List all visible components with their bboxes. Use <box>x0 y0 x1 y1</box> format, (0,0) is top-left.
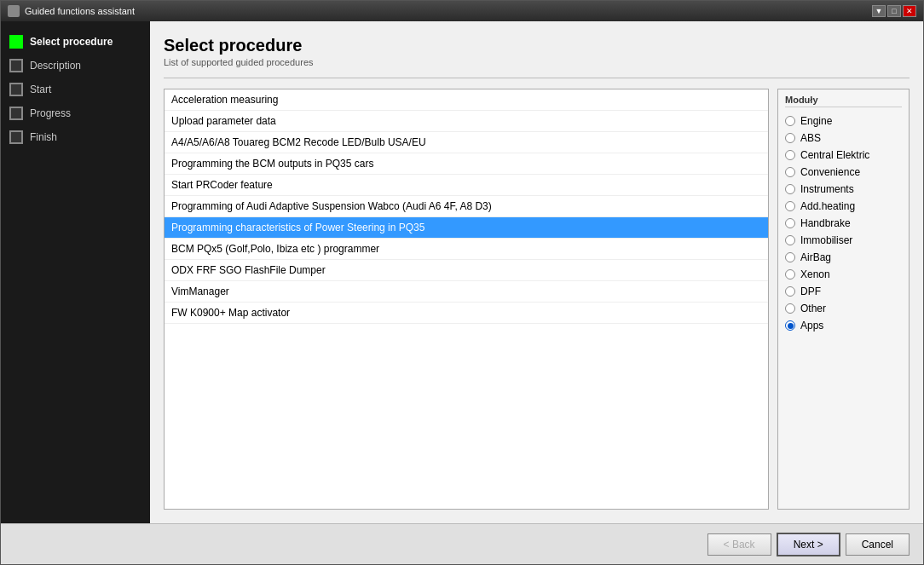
radio-convenience[interactable] <box>785 167 795 177</box>
page-header: Select procedure List of supported guide… <box>164 35 910 67</box>
title-buttons: ▼ □ ✕ <box>872 5 916 17</box>
radio-label-dpf: DPF <box>800 285 821 297</box>
button-bar: < Back Next > Cancel <box>1 523 923 564</box>
title-bar-left: Guided functions assistant <box>8 5 135 17</box>
minimize-button[interactable]: ▼ <box>872 5 886 17</box>
sidebar-item-progress[interactable]: Progress <box>1 101 150 125</box>
step-indicator-finish <box>9 130 23 144</box>
page-title: Select procedure <box>164 35 910 55</box>
radio-airbag[interactable] <box>785 252 795 262</box>
step-indicator-start <box>9 83 23 96</box>
radio-item-immobiliser[interactable]: Immobiliser <box>785 232 902 249</box>
radio-immobiliser[interactable] <box>785 235 795 245</box>
sidebar-label-progress: Progress <box>30 107 71 119</box>
moduly-panel: Moduły EngineABSCentral ElektricConvenie… <box>777 89 910 510</box>
radio-item-instruments[interactable]: Instruments <box>785 181 902 198</box>
radio-dpf[interactable] <box>785 286 795 297</box>
sidebar: Select procedure Description Start Progr… <box>1 21 150 523</box>
radio-label-other: Other <box>800 303 826 314</box>
radio-apps[interactable] <box>785 320 795 331</box>
sidebar-label-description: Description <box>30 60 81 72</box>
radio-item-central-elektric[interactable]: Central Elektric <box>785 147 902 164</box>
procedure-item[interactable]: BCM PQx5 (Golf,Polo, Ibiza etc ) program… <box>165 239 768 260</box>
radio-item-other[interactable]: Other <box>785 300 902 317</box>
sidebar-item-description[interactable]: Description <box>1 54 150 78</box>
radio-item-apps[interactable]: Apps <box>785 317 902 334</box>
radio-add-heating[interactable] <box>785 201 795 211</box>
procedure-item[interactable]: Programming the BCM outputs in PQ35 cars <box>165 153 768 175</box>
radio-label-handbrake: Handbrake <box>800 217 851 229</box>
step-indicator-description <box>9 59 23 72</box>
content-area: Select procedure List of supported guide… <box>150 21 923 523</box>
radio-label-airbag: AirBag <box>800 251 831 263</box>
radio-item-airbag[interactable]: AirBag <box>785 249 902 266</box>
radio-handbrake[interactable] <box>785 218 795 228</box>
radio-label-convenience: Convenience <box>800 166 860 178</box>
window-title: Guided functions assistant <box>25 6 135 16</box>
radio-other[interactable] <box>785 303 795 314</box>
main-window: Guided functions assistant ▼ □ ✕ Select … <box>0 0 924 565</box>
app-icon <box>8 5 20 17</box>
procedure-list[interactable]: Acceleration measuringUpload parameter d… <box>164 89 769 510</box>
header-separator <box>164 78 910 78</box>
procedure-item[interactable]: Programming of Audi Adaptive Suspension … <box>165 196 768 217</box>
radio-label-xenon: Xenon <box>800 268 830 280</box>
procedure-item[interactable]: Start PRCoder feature <box>165 175 768 196</box>
radio-instruments[interactable] <box>785 184 795 194</box>
sidebar-label-select-procedure: Select procedure <box>30 36 113 48</box>
radio-central-elektric[interactable] <box>785 150 795 160</box>
sidebar-item-finish[interactable]: Finish <box>1 125 150 149</box>
step-indicator-progress <box>9 107 23 120</box>
next-button[interactable]: Next > <box>777 533 840 556</box>
close-button[interactable]: ✕ <box>903 5 916 17</box>
cancel-button[interactable]: Cancel <box>846 533 910 556</box>
radio-label-add-heating: Add.heating <box>800 200 855 212</box>
main-content: Select procedure Description Start Progr… <box>1 21 923 523</box>
procedure-item[interactable]: FW K0900+ Map activator <box>165 303 768 324</box>
procedure-item[interactable]: ODX FRF SGO FlashFile Dumper <box>165 260 768 281</box>
radio-xenon[interactable] <box>785 269 795 280</box>
maximize-button[interactable]: □ <box>887 5 901 17</box>
procedure-item[interactable]: Upload parameter data <box>165 111 768 132</box>
radio-engine[interactable] <box>785 116 795 126</box>
radio-item-convenience[interactable]: Convenience <box>785 164 902 181</box>
radio-item-add-heating[interactable]: Add.heating <box>785 198 902 215</box>
radio-label-apps: Apps <box>800 320 823 332</box>
moduly-title: Moduły <box>785 95 902 107</box>
radio-abs[interactable] <box>785 133 795 143</box>
radio-label-engine: Engine <box>800 115 832 127</box>
procedure-item[interactable]: VimManager <box>165 281 768 303</box>
radio-item-handbrake[interactable]: Handbrake <box>785 215 902 232</box>
sidebar-label-start: Start <box>30 84 51 95</box>
procedure-item[interactable]: A4/A5/A6/A8 Touareg BCM2 Recode LED/Bulb… <box>165 132 768 153</box>
radio-item-abs[interactable]: ABS <box>785 130 902 147</box>
procedure-item[interactable]: Programming characteristics of Power Ste… <box>165 217 768 239</box>
sidebar-item-start[interactable]: Start <box>1 78 150 101</box>
sidebar-item-select-procedure[interactable]: Select procedure <box>1 30 150 54</box>
back-button[interactable]: < Back <box>707 533 771 556</box>
radio-item-dpf[interactable]: DPF <box>785 283 902 300</box>
procedure-item[interactable]: Acceleration measuring <box>165 89 768 111</box>
radio-label-abs: ABS <box>800 132 821 144</box>
sidebar-label-finish: Finish <box>30 131 57 143</box>
radio-item-engine[interactable]: Engine <box>785 112 902 130</box>
step-indicator-select-procedure <box>9 35 23 49</box>
radio-label-central-elektric: Central Elektric <box>800 149 869 161</box>
title-bar: Guided functions assistant ▼ □ ✕ <box>1 1 923 21</box>
content-body: Acceleration measuringUpload parameter d… <box>164 89 910 510</box>
page-subtitle: List of supported guided procedures <box>164 57 910 67</box>
radio-label-instruments: Instruments <box>800 183 854 195</box>
radio-item-xenon[interactable]: Xenon <box>785 266 902 283</box>
radio-label-immobiliser: Immobiliser <box>800 234 852 246</box>
